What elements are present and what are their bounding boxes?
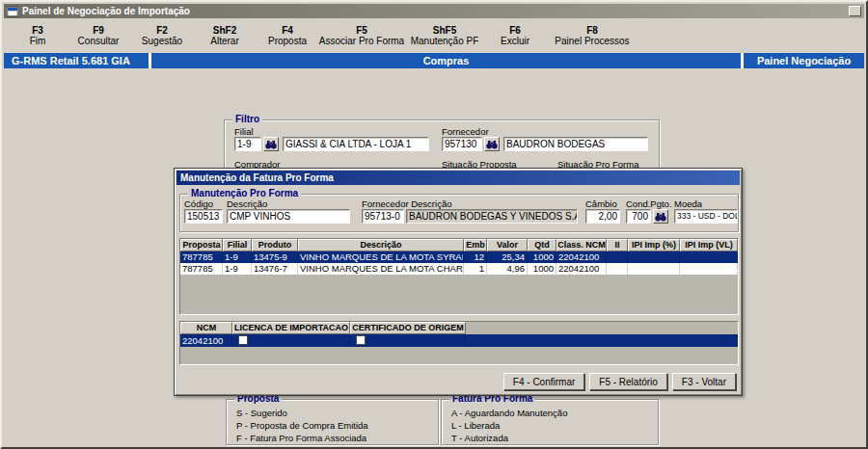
certificado-origem-checkbox[interactable] (356, 335, 366, 345)
grid-col-header[interactable]: II (607, 239, 628, 251)
binoculars-search-icon (655, 212, 666, 222)
descricao-input[interactable] (227, 209, 350, 224)
toolbar-item-shf2-alterar[interactable]: ShF2 Alterar (193, 20, 257, 51)
toolbar-label: Associar Pro Forma (319, 36, 404, 46)
filial-label: Filial (234, 126, 254, 137)
grid-row-selected[interactable]: 787785 1-9 13475-9 VINHO MARQUES DE LA M… (180, 251, 738, 263)
fornecedor-code-input[interactable] (362, 209, 404, 224)
proforma-maintenance-dialog: Manutenção da Fatura Pro Forma Manutençã… (174, 168, 743, 396)
fornecedor-desc-field: BAUDRON BODEGAS Y VINEDOS S.A (406, 209, 578, 224)
grid-row[interactable]: 787785 1-9 13476-7 VINHO MARQUES DE LA M… (180, 263, 738, 275)
toolbar-key: F6 (509, 25, 521, 36)
toolbar-item-f2-sugestao[interactable]: F2 Sugestão (131, 20, 193, 51)
filial-name-field (283, 137, 429, 151)
appbar-panel-label: Painel Negociação (744, 53, 864, 68)
legend-item: T - Autorizada (451, 432, 658, 444)
window-titlebar: Painel de Negociação de Importação (4, 4, 864, 18)
moeda-label: Moeda (674, 198, 702, 209)
toolbar-key: F2 (156, 25, 168, 36)
cambio-label: Câmbio (585, 198, 617, 209)
fornecedor-name-field (503, 137, 648, 151)
toolbar-item-f9-consultar[interactable]: F9 Consultar (66, 20, 131, 51)
licenca-importacao-checkbox[interactable] (238, 335, 248, 345)
grid-cell: 13476-7 (252, 263, 298, 275)
ncm-cell: 22042100 (180, 334, 232, 347)
licenca-cell (232, 334, 350, 347)
grid-cell (680, 251, 738, 263)
descricao-label: Descrição (227, 198, 267, 209)
grid-cell: 1 (464, 263, 487, 275)
filial-lookup-button[interactable] (263, 137, 279, 151)
dialog-titlebar: Manutenção da Fatura Pro Forma (176, 171, 740, 185)
toolbar-key: F5 (356, 25, 367, 36)
grid-col-header[interactable]: Qtd (528, 239, 556, 251)
grid-col-header[interactable]: Class. NCM (556, 239, 607, 251)
grid-cell: 787785 (180, 263, 223, 275)
fornecedor-label: Fornecedor (442, 126, 489, 137)
window-control-button[interactable] (849, 6, 861, 16)
certificado-cell (350, 334, 466, 347)
grid-col-header[interactable]: LICENCA DE IMPORTACAO (232, 322, 350, 334)
function-key-toolbar: F3 Fim F9 Consultar F2 Sugestão ShF2 Alt… (4, 18, 864, 53)
grid-col-header[interactable]: Valor (487, 239, 528, 251)
cond-pgto-lookup-button[interactable] (653, 209, 668, 224)
toolbar-item-shf5-manutencao-pf[interactable]: ShF5 Manutenção PF (405, 20, 484, 51)
grid-cell: VINHO MARQUES DE LA MOTA SYRAH GF 75 (298, 251, 464, 263)
fornecedor-code-input[interactable] (442, 137, 482, 151)
fornecedor-descricao-label: Fornecedor Descrição (362, 198, 451, 209)
toolbar-item-f8-painel-processos[interactable]: F8 Painel Processos (546, 20, 638, 51)
ncm-grid-header: NCM LICENCA DE IMPORTACAO CERTIFICADO DE… (180, 322, 738, 334)
binoculars-search-icon (265, 140, 277, 149)
appbar-module-label: Compras (151, 53, 741, 68)
proforma-legend-groupbox: Fatura Pro Forma A - Aguardando Manutenç… (441, 399, 659, 445)
toolbar-item-f4-proposta[interactable]: F4 Proposta (257, 20, 318, 51)
grid-col-header[interactable]: Produto (252, 239, 298, 251)
grid-col-header[interactable]: Proposta (180, 239, 223, 251)
grid-cell: 25,34 (487, 251, 528, 263)
grid-cell (607, 263, 628, 275)
toolbar-item-f6-excluir[interactable]: F6 Excluir (484, 20, 546, 51)
window-title: Painel de Negociação de Importação (22, 6, 845, 16)
grid-cell (628, 263, 680, 275)
grid-cell: 787785 (180, 251, 223, 263)
app-window: Painel de Negociação de Importação F3 Fi… (0, 0, 868, 449)
items-grid-header: Proposta Filial Produto Descrição Emb Va… (180, 239, 738, 251)
fornecedor-lookup-button[interactable] (484, 137, 500, 151)
cond-pgto-input[interactable] (626, 209, 651, 224)
grid-col-header[interactable]: Filial (223, 239, 252, 251)
toolbar-item-f5-associar-pro-forma[interactable]: F5 Associar Pro Forma (318, 20, 405, 51)
ncm-grid-row-selected[interactable]: 22042100 (180, 334, 738, 347)
appbar-module-text: Compras (423, 55, 470, 66)
toolbar-key: ShF2 (213, 25, 236, 36)
toolbar-item-f3-fim[interactable]: F3 Fim (10, 20, 66, 51)
cambio-input[interactable] (585, 209, 620, 224)
grid-col-header[interactable]: IPI Imp (%) (628, 239, 680, 251)
confirmar-button[interactable]: F4 - Confirmar (503, 373, 584, 390)
app-status-bar: G-RMS Retail 5.681 GIA Compras Painel Ne… (4, 53, 864, 68)
app-icon (7, 6, 18, 17)
codigo-input[interactable] (184, 209, 223, 224)
proforma-fields-groupbox: Manutenção Pro Forma Código Descrição Fo… (179, 194, 739, 232)
toolbar-label: Painel Processos (555, 36, 629, 46)
legend-item: P - Proposta de Compra Emitida (236, 419, 438, 432)
grid-col-header[interactable]: Emb (464, 239, 487, 251)
grid-cell: 1-9 (223, 251, 252, 263)
toolbar-key: F8 (586, 25, 598, 36)
grid-cell: 1000 (528, 263, 556, 275)
grid-cell: 1-9 (223, 263, 252, 275)
voltar-button[interactable]: F3 - Voltar (672, 373, 736, 390)
grid-cell: 13475-9 (252, 251, 298, 263)
toolbar-label: Consultar (78, 36, 120, 46)
grid-cell: 1000 (528, 251, 556, 263)
grid-col-header[interactable]: NCM (180, 322, 232, 334)
filial-code-input[interactable] (234, 137, 261, 151)
toolbar-label: Manutenção PF (411, 36, 479, 46)
toolbar-label: Alterar (210, 36, 238, 46)
grid-cell (607, 251, 628, 263)
grid-cell (680, 263, 738, 275)
grid-col-header[interactable]: CERTIFICADO DE ORIGEM (350, 322, 466, 334)
grid-col-header[interactable]: Descrição (298, 239, 464, 251)
grid-cell: 12 (464, 251, 487, 263)
grid-col-header[interactable]: IPI Imp (VL) (680, 239, 738, 251)
relatorio-button[interactable]: F5 - Relatório (589, 373, 667, 390)
